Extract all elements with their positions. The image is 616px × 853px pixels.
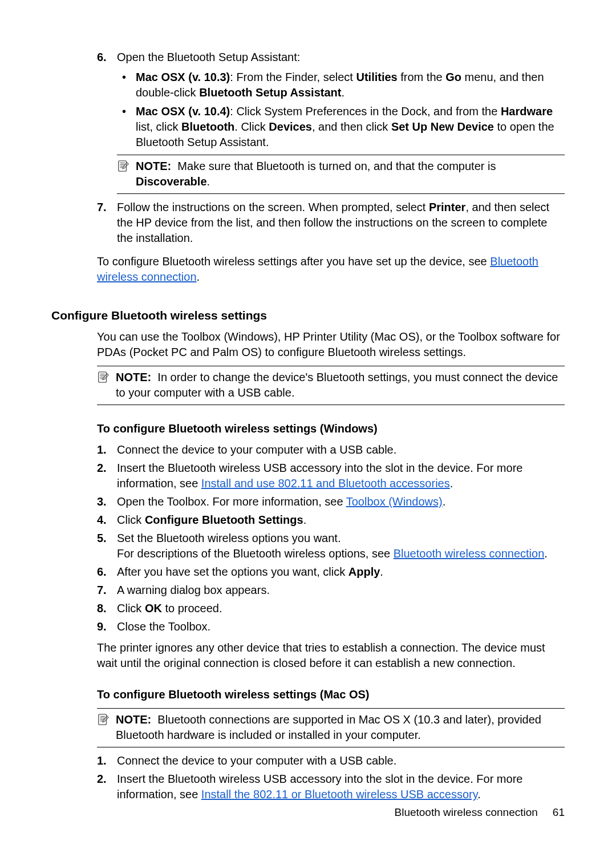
win-step-9: 9.Close the Toolbox. [51,619,565,634]
win-step-5: 5.Set the Bluetooth wireless options you… [51,531,565,561]
paragraph-see-link: To configure Bluetooth wireless settings… [97,254,565,285]
page-footer: Bluetooth wireless connection61 [394,805,565,820]
note-icon [97,371,110,387]
win-step-3: 3.Open the Toolbox. For more information… [51,494,565,510]
bold-label: Mac OSX (v. 10.4) [136,105,230,118]
windows-steps: 1.Connect the device to your computer wi… [51,442,565,634]
note-icon [97,713,110,730]
win-step-4: 4.Click Configure Bluetooth Settings. [51,512,565,528]
step-6: 6. Open the Bluetooth Setup Assistant: M… [51,50,565,194]
note-icon [117,160,131,173]
intro-paragraph: You can use the Toolbox (Windows), HP Pr… [97,329,565,360]
note-label: NOTE: [116,371,151,383]
bullet-mac-10-4: Mac OSX (v. 10.4): Click System Preferen… [117,104,565,150]
link-toolbox-windows[interactable]: Toolbox (Windows) [346,495,443,508]
footer-section-title: Bluetooth wireless connection [394,806,537,818]
continued-ordered-list: 6. Open the Bluetooth Setup Assistant: M… [51,50,565,246]
note-box: NOTE: In order to change the device's Bl… [97,366,565,405]
win-step-1: 1.Connect the device to your computer wi… [51,442,565,458]
note-label: NOTE: [136,160,171,172]
win-step-6: 6.After you have set the options you wan… [51,564,565,580]
mac-steps: 1.Connect the device to your computer wi… [51,753,565,802]
link-bluetooth-wireless-connection[interactable]: Bluetooth wireless connection [394,547,545,560]
section-intro: You can use the Toolbox (Windows), HP Pr… [97,329,565,405]
heading-mac-steps: To configure Bluetooth wireless settings… [97,687,565,702]
note-box: NOTE: Bluetooth connections are supporte… [97,708,565,747]
windows-after-paragraph: The printer ignores any other device tha… [97,640,565,671]
win-step-7: 7.A warning dialog box appears. [51,583,565,598]
win-step-2: 2.Insert the Bluetooth wireless USB acce… [51,460,565,491]
mac-step-1: 1.Connect the device to your computer wi… [51,753,565,769]
bullet-mac-10-3: Mac OSX (v. 10.3): From the Finder, sele… [117,70,565,100]
step-text: Open the Bluetooth Setup Assistant: [117,51,300,63]
mac-step-2: 2.Insert the Bluetooth wireless USB acce… [51,771,565,802]
link-install-usb-accessory[interactable]: Install the 802.11 or Bluetooth wireless… [201,788,477,801]
heading-configure-bluetooth: Configure Bluetooth wireless settings [51,308,565,324]
bold-label: Mac OSX (v. 10.3) [136,71,230,83]
page-number: 61 [553,806,565,818]
mac-note-wrapper: NOTE: Bluetooth connections are supporte… [97,708,565,747]
note-label: NOTE: [116,713,151,726]
note-box: NOTE: Make sure that Bluetooth is turned… [117,155,565,194]
step-6-bullets: Mac OSX (v. 10.3): From the Finder, sele… [117,70,565,150]
document-page: 6. Open the Bluetooth Setup Assistant: M… [0,0,616,853]
win-step-8: 8.Click OK to proceed. [51,601,565,616]
step-7: 7. Follow the instructions on the screen… [51,200,565,246]
heading-windows-steps: To configure Bluetooth wireless settings… [97,421,565,436]
step-number: 7. [97,200,107,215]
step-number: 6. [97,50,107,65]
link-install-accessories[interactable]: Install and use 802.11 and Bluetooth acc… [201,477,450,490]
